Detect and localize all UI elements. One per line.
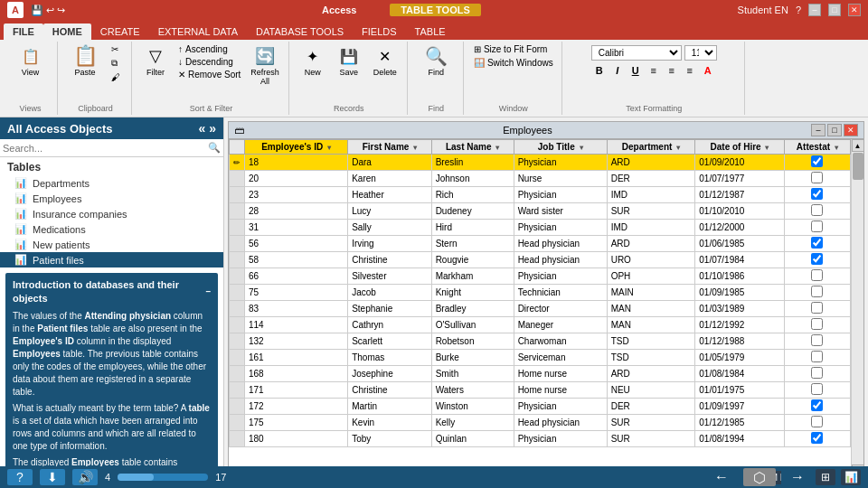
table-row[interactable]: 168JosephineSmithHome nurseARD01/08/1984 — [230, 366, 851, 382]
cell-attest[interactable] — [784, 415, 850, 431]
vertical-scrollbar[interactable]: ▲ ▼ — [851, 139, 863, 477]
table-scroll[interactable]: Employee's ID ▾ First Name ▾ Last Name ▾… — [229, 139, 851, 477]
underline-button[interactable]: U — [627, 62, 644, 79]
sidebar-search[interactable]: 🔍 — [0, 139, 223, 157]
maximize-button[interactable]: □ — [828, 4, 841, 16]
table-row[interactable]: 172MartinWinstonPhysicianDER01/09/1997 — [230, 399, 851, 415]
refresh-button[interactable]: 🔄 RefreshAll — [247, 43, 283, 88]
tab-create[interactable]: CREATE — [91, 23, 149, 40]
window-maximize-button[interactable]: □ — [827, 124, 842, 136]
font-family-select[interactable]: Calibri — [591, 45, 682, 61]
table-row[interactable]: 132ScarlettRobetsonCharwomanTSD01/12/198… — [230, 333, 851, 350]
ascending-button[interactable]: ↑Ascending — [175, 43, 243, 55]
save-button[interactable]: 💾 Save — [333, 43, 365, 79]
sidebar-item-employees[interactable]: 📊 Employees — [0, 191, 223, 206]
table-row[interactable]: 56IrvingSternHead physicianARD01/06/1985 — [230, 236, 851, 252]
filter-button[interactable]: ▽ Filter — [139, 43, 172, 79]
table-row[interactable]: ✏18DaraBreslinPhysicianARD01/09/2010 — [230, 155, 851, 171]
layout2-button[interactable]: 📊 — [841, 469, 861, 485]
cell-attest[interactable] — [784, 333, 850, 350]
font-color-button[interactable]: A — [700, 62, 716, 79]
table-row[interactable]: 171ChristineWatersHome nurseNEU01/01/197… — [230, 382, 851, 399]
align-center-button[interactable]: ≡ — [664, 62, 680, 79]
cell-attest[interactable] — [784, 382, 850, 399]
table-row[interactable]: 180TobyQuinlanPhysicianSUR01/08/1994 — [230, 431, 851, 447]
scroll-track[interactable] — [852, 152, 864, 465]
cell-attest[interactable] — [784, 366, 850, 382]
tooltip-minimize-button[interactable]: – — [205, 286, 211, 298]
table-row[interactable]: 23HeatherRichPhysicianIMD01/12/1987 — [230, 187, 851, 203]
copy-button[interactable]: ⧉ — [108, 57, 126, 70]
layout1-button[interactable]: ⊞ — [816, 469, 835, 485]
table-row[interactable]: 114CathrynO'SullivanManegerMAN01/12/1992 — [230, 317, 851, 333]
search-input[interactable] — [3, 143, 208, 154]
cell-attest[interactable] — [784, 203, 850, 220]
remove-sort-button[interactable]: ✕Remove Sort — [175, 69, 243, 80]
col-first-name[interactable]: First Name ▾ — [348, 140, 431, 155]
cell-attest[interactable] — [784, 187, 850, 203]
download-button[interactable]: ⬇ — [40, 469, 65, 485]
font-size-select[interactable]: 11 — [684, 45, 717, 61]
sidebar-item-medications[interactable]: 📊 Medications — [0, 221, 223, 237]
back-button[interactable]: ← — [705, 468, 738, 486]
forward-button[interactable]: → — [781, 468, 814, 486]
cell-attest[interactable] — [784, 301, 850, 317]
find-button[interactable]: 🔍 Find — [420, 43, 452, 79]
window-minimize-button[interactable]: – — [811, 124, 826, 136]
col-last-name[interactable]: Last Name ▾ — [431, 140, 514, 155]
tab-external-data[interactable]: EXTERNAL DATA — [149, 23, 247, 40]
sidebar-item-insurance[interactable]: 📊 Insurance companies — [0, 206, 223, 221]
format-painter-button[interactable]: 🖌 — [108, 71, 126, 83]
tab-table[interactable]: TABLE — [406, 23, 455, 40]
window-close-button[interactable]: ✕ — [844, 124, 858, 136]
new-button[interactable]: ✦ New — [297, 43, 329, 79]
tab-fields[interactable]: FIELDS — [353, 23, 406, 40]
cut-button[interactable]: ✂ — [108, 43, 126, 55]
cell-attest[interactable] — [784, 171, 850, 187]
tab-file[interactable]: FILE — [4, 23, 43, 40]
cell-attest[interactable] — [784, 236, 850, 252]
table-row[interactable]: 28LucyDudeneyWard sisterSUR01/10/2010 — [230, 203, 851, 220]
tab-home[interactable]: HOME — [43, 23, 91, 40]
cell-attest[interactable] — [784, 155, 850, 171]
col-attestat[interactable]: Attestat ▾ — [784, 140, 850, 155]
align-right-button[interactable]: ≡ — [682, 62, 698, 79]
sidebar-item-new-patients[interactable]: 📊 New patients — [0, 237, 223, 252]
table-row[interactable]: 31SallyHirdPhysicianIMD01/12/2000 — [230, 220, 851, 236]
table-row[interactable]: 161ThomasBurkeServicemanTSD01/05/1979 — [230, 350, 851, 366]
delete-button[interactable]: ✕ Delete — [369, 43, 401, 79]
size-to-fit-button[interactable]: ⊞ Size to Fit Form — [471, 43, 551, 55]
next-page-button[interactable]: ⬡ — [743, 468, 776, 486]
audio-button[interactable]: 🔊 — [72, 469, 98, 485]
cell-attest[interactable] — [784, 268, 850, 285]
table-row[interactable]: 83StephanieBradleyDirectorMAN01/03/1989 — [230, 301, 851, 317]
align-left-button[interactable]: ≡ — [646, 62, 662, 79]
sidebar-item-departments[interactable]: 📊 Departments — [0, 175, 223, 191]
help-button[interactable]: ? — [7, 469, 33, 485]
table-row[interactable]: 58ChristineRougvieHead physicianURO01/07… — [230, 252, 851, 268]
col-job-title[interactable]: Job Title ▾ — [514, 140, 607, 155]
scroll-up-button[interactable]: ▲ — [852, 139, 864, 152]
close-button[interactable]: ✕ — [848, 4, 861, 16]
cell-attest[interactable] — [784, 350, 850, 366]
tab-database-tools[interactable]: DATABASE TOOLS — [247, 23, 353, 40]
descending-button[interactable]: ↓Descending — [175, 56, 243, 68]
col-date-of-hire[interactable]: Date of Hire ▾ — [695, 140, 784, 155]
col-department[interactable]: Department ▾ — [607, 140, 695, 155]
bold-button[interactable]: B — [591, 62, 608, 79]
cell-attest[interactable] — [784, 220, 850, 236]
table-row[interactable]: 75JacobKnightTechnicianMAIN01/09/1985 — [230, 285, 851, 301]
table-row[interactable]: 175KevinKellyHead physicianSUR01/12/1985 — [230, 415, 851, 431]
cell-attest[interactable] — [784, 317, 850, 333]
italic-button[interactable]: I — [609, 62, 626, 79]
cell-attest[interactable] — [784, 399, 850, 415]
cell-attest[interactable] — [784, 252, 850, 268]
view-button[interactable]: 📋 View — [14, 43, 47, 79]
switch-windows-button[interactable]: 🪟 Switch Windows — [471, 57, 556, 69]
scroll-thumb[interactable] — [853, 153, 863, 180]
cell-attest[interactable] — [784, 431, 850, 447]
minimize-button[interactable]: – — [808, 4, 821, 16]
table-row[interactable]: 66SilvesterMarkhamPhysicianOPH01/10/1986 — [230, 268, 851, 285]
table-row[interactable]: 20KarenJohnsonNurseDER01/07/1977 — [230, 171, 851, 187]
col-employee-id[interactable]: Employee's ID ▾ — [245, 140, 348, 155]
